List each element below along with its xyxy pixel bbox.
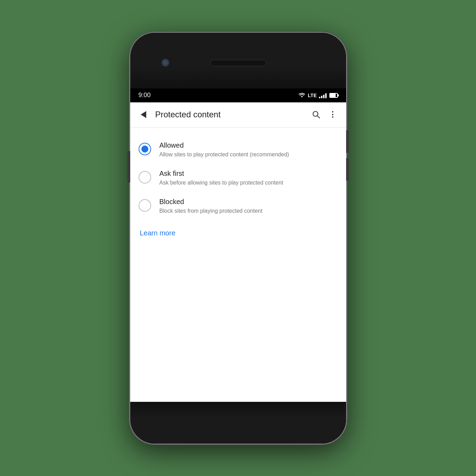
search-button[interactable]	[309, 107, 324, 122]
app-bar-actions: ⋮	[309, 107, 341, 122]
bottom-bezel	[130, 402, 346, 444]
svg-marker-0	[301, 96, 303, 97]
status-icons: LTE	[298, 93, 337, 98]
more-options-icon: ⋮	[329, 111, 337, 118]
option-blocked-text: Blocked Block sites from playing protect…	[159, 198, 263, 215]
top-bezel	[130, 33, 346, 88]
earpiece-speaker	[210, 60, 266, 66]
status-time: 9:00	[139, 92, 151, 99]
radio-allowed[interactable]	[139, 143, 151, 155]
radio-allowed-fill	[141, 146, 148, 153]
option-allowed-title: Allowed	[159, 141, 289, 149]
radio-blocked[interactable]	[139, 199, 151, 212]
option-blocked[interactable]: Blocked Block sites from playing protect…	[130, 192, 346, 220]
screen: Protected content ⋮	[130, 102, 346, 402]
option-ask-first-desc: Ask before allowing sites to play protec…	[159, 179, 283, 187]
lte-label: LTE	[308, 93, 317, 98]
option-ask-first[interactable]: Ask first Ask before allowing sites to p…	[130, 164, 346, 192]
svg-line-2	[317, 116, 320, 118]
learn-more-section: Learn more	[130, 221, 346, 245]
signal-icon	[319, 93, 327, 98]
page-title: Protected content	[155, 110, 309, 119]
more-options-button[interactable]: ⋮	[325, 107, 341, 122]
battery-icon	[329, 93, 338, 98]
volume-down-button[interactable]	[346, 158, 349, 181]
back-arrow-icon	[141, 111, 146, 118]
option-allowed[interactable]: Allowed Allow sites to play protected co…	[130, 136, 346, 164]
learn-more-link[interactable]: Learn more	[140, 229, 175, 237]
wifi-icon	[298, 93, 306, 98]
phone-frame: 9:00 LTE	[130, 33, 346, 444]
app-bar: Protected content ⋮	[130, 102, 346, 127]
search-icon	[312, 110, 321, 119]
content-area: Allowed Allow sites to play protected co…	[130, 127, 346, 402]
radio-ask-first[interactable]	[139, 171, 151, 184]
status-bar: 9:00 LTE	[130, 88, 346, 102]
option-blocked-title: Blocked	[159, 198, 263, 206]
option-blocked-desc: Block sites from playing protected conte…	[159, 207, 263, 215]
back-button[interactable]	[136, 107, 151, 122]
volume-up-button[interactable]	[346, 130, 349, 153]
option-allowed-text: Allowed Allow sites to play protected co…	[159, 141, 289, 158]
front-camera	[162, 59, 169, 67]
option-allowed-desc: Allow sites to play protected content (r…	[159, 151, 289, 158]
option-ask-first-title: Ask first	[159, 170, 283, 178]
option-ask-first-text: Ask first Ask before allowing sites to p…	[159, 170, 283, 187]
power-button[interactable]	[127, 151, 130, 182]
